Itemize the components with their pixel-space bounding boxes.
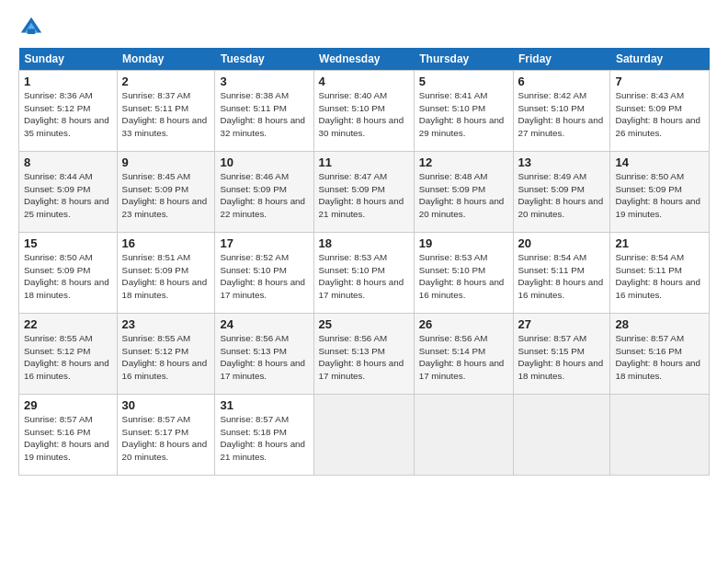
day-cell-23: 23Sunrise: 8:55 AM Sunset: 5:12 PM Dayli… [117, 314, 215, 395]
day-number-16: 16 [122, 236, 210, 250]
day-number-2: 2 [122, 75, 210, 88]
day-number-21: 21 [615, 236, 704, 250]
week-row-4: 22Sunrise: 8:55 AM Sunset: 5:12 PM Dayli… [19, 314, 710, 395]
calendar-body: 1Sunrise: 8:36 AM Sunset: 5:12 PM Daylig… [19, 71, 710, 476]
calendar-table: SundayMondayTuesdayWednesdayThursdayFrid… [18, 48, 710, 476]
day-info-4: Sunrise: 8:40 AM Sunset: 5:10 PM Dayligh… [319, 89, 409, 140]
day-cell-7: 7Sunrise: 8:43 AM Sunset: 5:09 PM Daylig… [610, 71, 710, 152]
day-number-10: 10 [220, 155, 308, 169]
day-number-9: 9 [122, 155, 210, 169]
header-row: SundayMondayTuesdayWednesdayThursdayFrid… [19, 48, 710, 71]
day-info-18: Sunrise: 8:53 AM Sunset: 5:10 PM Dayligh… [319, 251, 409, 302]
day-cell-31: 31Sunrise: 8:57 AM Sunset: 5:18 PM Dayli… [215, 395, 313, 476]
day-cell-29: 29Sunrise: 8:57 AM Sunset: 5:16 PM Dayli… [19, 395, 118, 476]
calendar-header: SundayMondayTuesdayWednesdayThursdayFrid… [19, 48, 710, 71]
day-cell-25: 25Sunrise: 8:56 AM Sunset: 5:13 PM Dayli… [313, 314, 414, 395]
day-number-3: 3 [220, 75, 308, 88]
day-cell-1: 1Sunrise: 8:36 AM Sunset: 5:12 PM Daylig… [19, 71, 118, 152]
day-number-12: 12 [419, 155, 508, 169]
day-info-21: Sunrise: 8:54 AM Sunset: 5:11 PM Dayligh… [615, 251, 704, 302]
day-info-24: Sunrise: 8:56 AM Sunset: 5:13 PM Dayligh… [220, 332, 308, 383]
day-info-8: Sunrise: 8:44 AM Sunset: 5:09 PM Dayligh… [24, 170, 112, 221]
svg-rect-2 [28, 29, 35, 34]
day-cell-19: 19Sunrise: 8:53 AM Sunset: 5:10 PM Dayli… [414, 233, 513, 314]
day-info-5: Sunrise: 8:41 AM Sunset: 5:10 PM Dayligh… [419, 89, 508, 140]
week-row-1: 1Sunrise: 8:36 AM Sunset: 5:12 PM Daylig… [19, 71, 710, 152]
day-number-23: 23 [122, 317, 210, 331]
day-info-31: Sunrise: 8:57 AM Sunset: 5:18 PM Dayligh… [220, 413, 308, 464]
day-cell-22: 22Sunrise: 8:55 AM Sunset: 5:12 PM Dayli… [19, 314, 118, 395]
empty-cell [414, 395, 513, 476]
day-cell-28: 28Sunrise: 8:57 AM Sunset: 5:16 PM Dayli… [610, 314, 710, 395]
week-row-5: 29Sunrise: 8:57 AM Sunset: 5:16 PM Dayli… [19, 395, 710, 476]
day-number-4: 4 [319, 75, 409, 88]
week-row-2: 8Sunrise: 8:44 AM Sunset: 5:09 PM Daylig… [19, 152, 710, 233]
day-info-30: Sunrise: 8:57 AM Sunset: 5:17 PM Dayligh… [122, 413, 210, 464]
day-info-25: Sunrise: 8:56 AM Sunset: 5:13 PM Dayligh… [319, 332, 409, 383]
day-number-19: 19 [419, 236, 508, 250]
day-number-27: 27 [518, 317, 606, 331]
day-cell-21: 21Sunrise: 8:54 AM Sunset: 5:11 PM Dayli… [610, 233, 710, 314]
day-info-13: Sunrise: 8:49 AM Sunset: 5:09 PM Dayligh… [518, 170, 606, 221]
day-cell-24: 24Sunrise: 8:56 AM Sunset: 5:13 PM Dayli… [215, 314, 313, 395]
header-day-sunday: Sunday [19, 48, 118, 71]
day-info-14: Sunrise: 8:50 AM Sunset: 5:09 PM Dayligh… [615, 170, 704, 221]
header-day-saturday: Saturday [610, 48, 710, 71]
day-number-29: 29 [24, 398, 112, 412]
logo-icon [18, 15, 44, 40]
day-number-14: 14 [615, 155, 704, 169]
header-day-monday: Monday [117, 48, 215, 71]
day-info-7: Sunrise: 8:43 AM Sunset: 5:09 PM Dayligh… [615, 89, 704, 140]
day-cell-26: 26Sunrise: 8:56 AM Sunset: 5:14 PM Dayli… [414, 314, 513, 395]
day-cell-8: 8Sunrise: 8:44 AM Sunset: 5:09 PM Daylig… [19, 152, 118, 233]
day-number-8: 8 [24, 155, 112, 169]
day-info-16: Sunrise: 8:51 AM Sunset: 5:09 PM Dayligh… [122, 251, 210, 302]
header-day-wednesday: Wednesday [313, 48, 414, 71]
day-cell-13: 13Sunrise: 8:49 AM Sunset: 5:09 PM Dayli… [513, 152, 610, 233]
day-cell-12: 12Sunrise: 8:48 AM Sunset: 5:09 PM Dayli… [414, 152, 513, 233]
day-number-22: 22 [24, 317, 112, 331]
day-number-25: 25 [319, 317, 409, 331]
day-cell-27: 27Sunrise: 8:57 AM Sunset: 5:15 PM Dayli… [513, 314, 610, 395]
day-number-7: 7 [615, 75, 704, 88]
day-info-15: Sunrise: 8:50 AM Sunset: 5:09 PM Dayligh… [24, 251, 112, 302]
day-cell-14: 14Sunrise: 8:50 AM Sunset: 5:09 PM Dayli… [610, 152, 710, 233]
day-info-6: Sunrise: 8:42 AM Sunset: 5:10 PM Dayligh… [518, 89, 606, 140]
day-number-11: 11 [319, 155, 409, 169]
day-cell-9: 9Sunrise: 8:45 AM Sunset: 5:09 PM Daylig… [117, 152, 215, 233]
week-row-3: 15Sunrise: 8:50 AM Sunset: 5:09 PM Dayli… [19, 233, 710, 314]
empty-cell [513, 395, 610, 476]
calendar-page: SundayMondayTuesdayWednesdayThursdayFrid… [0, 0, 728, 563]
day-info-9: Sunrise: 8:45 AM Sunset: 5:09 PM Dayligh… [122, 170, 210, 221]
day-info-28: Sunrise: 8:57 AM Sunset: 5:16 PM Dayligh… [615, 332, 704, 383]
day-number-26: 26 [419, 317, 508, 331]
day-info-26: Sunrise: 8:56 AM Sunset: 5:14 PM Dayligh… [419, 332, 508, 383]
day-number-20: 20 [518, 236, 606, 250]
day-info-23: Sunrise: 8:55 AM Sunset: 5:12 PM Dayligh… [122, 332, 210, 383]
day-number-5: 5 [419, 75, 508, 88]
day-number-18: 18 [319, 236, 409, 250]
day-cell-10: 10Sunrise: 8:46 AM Sunset: 5:09 PM Dayli… [215, 152, 313, 233]
day-cell-17: 17Sunrise: 8:52 AM Sunset: 5:10 PM Dayli… [215, 233, 313, 314]
day-info-3: Sunrise: 8:38 AM Sunset: 5:11 PM Dayligh… [220, 89, 308, 140]
day-cell-3: 3Sunrise: 8:38 AM Sunset: 5:11 PM Daylig… [215, 71, 313, 152]
day-number-28: 28 [615, 317, 704, 331]
day-cell-11: 11Sunrise: 8:47 AM Sunset: 5:09 PM Dayli… [313, 152, 414, 233]
day-number-15: 15 [24, 236, 112, 250]
empty-cell [610, 395, 710, 476]
day-info-27: Sunrise: 8:57 AM Sunset: 5:15 PM Dayligh… [518, 332, 606, 383]
day-number-13: 13 [518, 155, 606, 169]
day-info-22: Sunrise: 8:55 AM Sunset: 5:12 PM Dayligh… [24, 332, 112, 383]
day-number-1: 1 [24, 75, 112, 88]
day-info-2: Sunrise: 8:37 AM Sunset: 5:11 PM Dayligh… [122, 89, 210, 140]
day-cell-4: 4Sunrise: 8:40 AM Sunset: 5:10 PM Daylig… [313, 71, 414, 152]
empty-cell [313, 395, 414, 476]
header-day-tuesday: Tuesday [215, 48, 313, 71]
day-number-6: 6 [518, 75, 606, 88]
day-info-1: Sunrise: 8:36 AM Sunset: 5:12 PM Dayligh… [24, 89, 112, 140]
day-cell-15: 15Sunrise: 8:50 AM Sunset: 5:09 PM Dayli… [19, 233, 118, 314]
day-cell-5: 5Sunrise: 8:41 AM Sunset: 5:10 PM Daylig… [414, 71, 513, 152]
day-cell-18: 18Sunrise: 8:53 AM Sunset: 5:10 PM Dayli… [313, 233, 414, 314]
day-number-30: 30 [122, 398, 210, 412]
day-info-17: Sunrise: 8:52 AM Sunset: 5:10 PM Dayligh… [220, 251, 308, 302]
